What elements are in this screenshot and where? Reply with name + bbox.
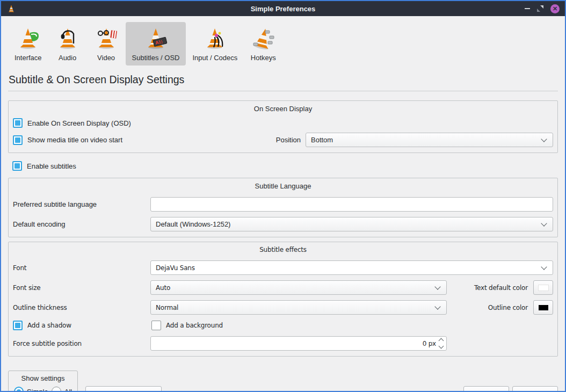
enable-osd-row: Enable On Screen Display (OSD) — [13, 116, 553, 130]
default-encoding-label: Default encoding — [13, 220, 150, 228]
font-size-dropdown[interactable]: Auto — [150, 280, 447, 295]
font-size-row: Font size Auto Text default color — [13, 280, 553, 295]
enable-subtitles-row: Enable subtitles — [12, 159, 558, 173]
radio-all[interactable]: All — [52, 387, 72, 392]
show-media-title-checkbox[interactable] — [13, 135, 23, 145]
osd-group-title: On Screen Display — [13, 103, 553, 115]
force-position-label: Force subtitle position — [13, 340, 150, 347]
show-settings-title: Show settings — [14, 374, 72, 387]
close-icon[interactable]: ✕ — [550, 4, 560, 13]
chevron-down-icon — [541, 220, 547, 226]
tab-subtitles-osd[interactable]: A)） Subtitles / OSD — [126, 22, 186, 66]
tab-interface[interactable]: Interface — [8, 22, 48, 66]
simple-radio-label: Simple — [27, 388, 48, 392]
input-codecs-icon — [202, 25, 228, 51]
all-radio-icon[interactable] — [52, 387, 61, 392]
simple-preferences-window: Simple Preferences ✕ Interface — [0, 0, 566, 392]
subtitle-language-group: Subtitle Language Preferred subtitle lan… — [8, 178, 558, 237]
default-encoding-row: Default encoding Default (Windows-1252) — [13, 217, 553, 231]
position-value: Bottom — [311, 136, 542, 144]
tab-label: Input / Codecs — [192, 54, 237, 62]
font-value: DejaVu Sans — [156, 264, 542, 272]
chevron-down-icon — [434, 303, 440, 309]
chevron-down-icon — [541, 264, 547, 270]
window-title: Simple Preferences — [1, 5, 565, 13]
show-settings-options: Simple All — [14, 387, 72, 392]
tab-label: Interface — [14, 54, 42, 62]
position-dropdown[interactable]: Bottom — [306, 133, 553, 147]
show-media-title-label: Show media title on video start — [27, 136, 122, 144]
add-background-label: Add a background — [166, 322, 223, 329]
simple-radio-icon[interactable] — [14, 387, 24, 392]
default-encoding-dropdown[interactable]: Default (Windows-1252) — [150, 217, 553, 231]
font-dropdown[interactable]: DejaVu Sans — [150, 260, 553, 275]
preferred-language-row: Preferred subtitle language — [13, 197, 553, 212]
outline-thickness-label: Outline thickness — [13, 304, 150, 311]
chevron-down-icon — [541, 136, 547, 142]
spinner-arrows[interactable] — [439, 339, 443, 348]
osd-group: On Screen Display Enable On Screen Displ… — [8, 100, 558, 153]
subtitles-osd-icon: A)） — [143, 25, 169, 51]
video-icon — [93, 25, 119, 51]
enable-osd-checkbox[interactable] — [13, 118, 23, 128]
footer-bar: Show settings Simple All Reset Preferenc… — [8, 371, 558, 392]
font-size-label: Font size — [13, 284, 150, 292]
default-encoding-value: Default (Windows-1252) — [156, 220, 542, 228]
hotkeys-icon — [250, 25, 276, 51]
category-toolbar: Interface Audio — [8, 22, 558, 66]
font-row: Font DejaVu Sans — [13, 260, 553, 275]
tab-label: Audio — [59, 54, 76, 62]
tab-hotkeys[interactable]: Hotkeys — [244, 22, 282, 66]
subtitle-effects-group: Subtitle effects Font DejaVu Sans Font s… — [8, 242, 558, 357]
titlebar: Simple Preferences ✕ — [1, 1, 565, 16]
subtitle-effects-title: Subtitle effects — [13, 244, 553, 256]
reset-preferences-button[interactable]: Reset Preferences — [85, 386, 162, 392]
radio-simple[interactable]: Simple — [14, 387, 48, 392]
outline-color-button[interactable] — [533, 300, 553, 315]
tab-audio[interactable]: Audio — [48, 22, 87, 66]
vlc-cone-icon — [6, 3, 16, 14]
outline-color-swatch — [539, 305, 548, 310]
tab-label: Subtitles / OSD — [132, 54, 180, 62]
force-position-row: Force subtitle position 0 px — [13, 336, 553, 351]
spin-up-icon[interactable] — [439, 338, 444, 344]
subtitle-language-title: Subtitle Language — [13, 180, 553, 192]
text-default-color-label: Text default color — [447, 284, 533, 292]
audio-icon — [55, 25, 81, 51]
tab-video[interactable]: Video — [87, 22, 126, 66]
all-radio-label: All — [64, 388, 72, 392]
interface-icon — [15, 25, 41, 51]
preferred-language-label: Preferred subtitle language — [13, 200, 150, 208]
window-controls: ✕ — [525, 4, 560, 13]
enable-osd-label: Enable On Screen Display (OSD) — [27, 119, 131, 127]
maximize-icon[interactable] — [536, 5, 544, 12]
enable-subtitles-checkbox[interactable] — [12, 161, 22, 171]
outline-thickness-row: Outline thickness Normal Outline color — [13, 300, 553, 315]
preferred-language-input[interactable] — [150, 197, 553, 212]
add-background-wrap: Add a background — [151, 321, 553, 330]
add-background-checkbox[interactable] — [151, 321, 161, 330]
tab-label: Video — [97, 54, 115, 62]
tab-input-codecs[interactable]: Input / Codecs — [186, 22, 244, 66]
cancel-button[interactable]: Cancel — [512, 386, 558, 392]
page-title: Subtitle & On Screen Display Settings — [9, 74, 558, 86]
outline-thickness-value: Normal — [156, 304, 436, 311]
minimize-icon[interactable] — [525, 8, 530, 9]
enable-subtitles-label: Enable subtitles — [27, 162, 76, 170]
text-color-swatch — [538, 285, 549, 291]
outline-thickness-dropdown[interactable]: Normal — [150, 300, 447, 315]
tab-label: Hotkeys — [251, 54, 276, 62]
text-default-color-button[interactable] — [533, 280, 553, 295]
chevron-down-icon — [434, 284, 440, 289]
position-label: Position — [276, 136, 301, 144]
show-settings-group: Show settings Simple All — [8, 371, 78, 392]
outline-color-label: Outline color — [447, 304, 533, 311]
shadow-background-row: Add a shadow Add a background — [13, 318, 553, 332]
add-shadow-checkbox[interactable] — [13, 321, 23, 330]
force-position-value: 0 px — [423, 340, 436, 347]
add-shadow-label: Add a shadow — [27, 322, 71, 329]
font-size-value: Auto — [156, 284, 436, 292]
save-button[interactable]: Save — [463, 386, 509, 392]
force-position-spinbox[interactable]: 0 px — [150, 336, 447, 351]
spin-down-icon[interactable] — [439, 344, 444, 349]
